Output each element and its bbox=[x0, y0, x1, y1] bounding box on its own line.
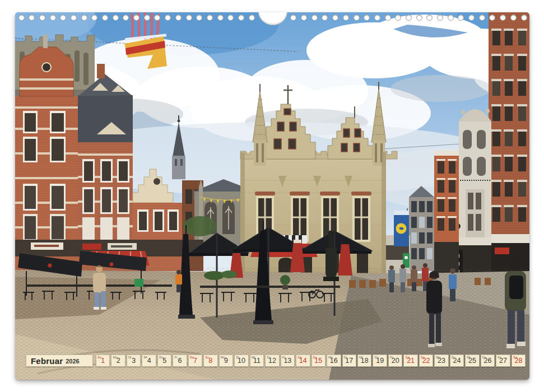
binding-hole bbox=[133, 15, 140, 21]
weekday-label: Do bbox=[374, 356, 379, 359]
photo-city-square bbox=[15, 12, 529, 380]
day-cell: Do19 bbox=[373, 354, 387, 367]
binding-hole bbox=[521, 15, 527, 21]
weekday-label: Sa bbox=[513, 356, 517, 359]
weekday-label: Fr bbox=[174, 356, 178, 359]
binding-hole bbox=[144, 15, 150, 21]
calendar-page: Februar 2026 So1Mo2Di3Mi4Do5Fr6Sa7So8Mo9… bbox=[15, 12, 529, 380]
day-cell: Sa28 bbox=[512, 354, 526, 367]
day-cell: Mo16 bbox=[327, 354, 341, 367]
day-cell: Mi18 bbox=[357, 354, 371, 367]
month-label: Februar bbox=[31, 356, 63, 366]
day-cell: Sa21 bbox=[403, 354, 417, 367]
day-number: 4 bbox=[147, 357, 151, 366]
weekday-label: Mo bbox=[113, 356, 117, 359]
day-cell: So1 bbox=[96, 354, 110, 367]
day-cell: Fr20 bbox=[388, 354, 402, 367]
day-cell: Di24 bbox=[450, 354, 464, 367]
binding-hole bbox=[249, 15, 255, 21]
day-number: 3 bbox=[132, 357, 136, 366]
day-cell: Do5 bbox=[157, 354, 171, 367]
day-cell: Do26 bbox=[481, 354, 495, 367]
binding-hole bbox=[207, 15, 213, 21]
weekday-label: Mi bbox=[359, 356, 362, 359]
binding-hole bbox=[468, 15, 475, 21]
day-cell: Di17 bbox=[342, 354, 356, 367]
day-cell: Sa7 bbox=[188, 354, 202, 367]
weekday-label: Mi bbox=[467, 356, 470, 359]
weekday-label: So bbox=[97, 356, 101, 359]
binding-hole bbox=[113, 15, 119, 21]
day-cell: Fr13 bbox=[281, 354, 295, 367]
day-cell: So8 bbox=[203, 354, 217, 367]
weekday-label: So bbox=[421, 356, 425, 359]
date-strip: Februar 2026 So1Mo2Di3Mi4Do5Fr6Sa7So8Mo9… bbox=[26, 354, 526, 367]
day-number: 6 bbox=[178, 357, 182, 366]
day-cell: Di10 bbox=[234, 354, 248, 367]
binding-hole bbox=[186, 15, 192, 21]
weekday-label: Do bbox=[482, 356, 487, 359]
weekday-label: Mi bbox=[143, 356, 147, 359]
binding-hole bbox=[374, 15, 380, 21]
binding-hole bbox=[406, 15, 412, 21]
binding-hole bbox=[416, 15, 422, 21]
day-cell: Fr27 bbox=[496, 354, 510, 367]
year-label: 2026 bbox=[66, 357, 79, 365]
day-cell: Fr6 bbox=[173, 354, 187, 367]
binding-hole bbox=[385, 15, 391, 21]
binding-hole bbox=[479, 15, 485, 21]
day-cell: Mo23 bbox=[434, 354, 448, 367]
weekday-label: Fr bbox=[282, 356, 286, 359]
weekday-label: Di bbox=[344, 356, 347, 359]
binding-hole bbox=[354, 15, 360, 21]
day-cell: So15 bbox=[311, 354, 326, 367]
weekday-label: Fr bbox=[497, 356, 501, 359]
binding-hole bbox=[301, 15, 307, 21]
day-cell: Do12 bbox=[265, 354, 279, 367]
street-banner bbox=[394, 208, 409, 253]
weekday-label: Mi bbox=[252, 356, 255, 359]
weekday-label: Di bbox=[128, 356, 132, 359]
binding-hole bbox=[311, 15, 318, 21]
binding-hole bbox=[238, 15, 244, 21]
weekday-label: Mo bbox=[221, 356, 225, 359]
day-cell: Mo2 bbox=[111, 354, 125, 367]
weekday-label: Do bbox=[159, 356, 164, 359]
weekday-label: So bbox=[205, 356, 209, 359]
weekday-label: Sa bbox=[297, 356, 301, 359]
binding-hole bbox=[217, 15, 224, 21]
day-cell: So22 bbox=[419, 354, 433, 367]
binding-hole bbox=[71, 15, 77, 21]
weekday-label: So bbox=[313, 356, 317, 359]
day-cell: Sa14 bbox=[296, 354, 310, 367]
day-cell: Mo9 bbox=[219, 354, 233, 367]
weekday-label: Sa bbox=[405, 356, 409, 359]
weekday-label: Do bbox=[267, 356, 271, 359]
binding-hole bbox=[102, 15, 108, 21]
binding-hole bbox=[81, 15, 87, 21]
day-cell: Mi11 bbox=[250, 354, 264, 367]
day-cell: Mi4 bbox=[142, 354, 156, 367]
weekday-label: Mo bbox=[328, 356, 333, 359]
day-cell: Di3 bbox=[127, 354, 141, 367]
binding-hole bbox=[18, 15, 25, 21]
calendar-product-mockup: { "calendar": { "month_label": "Februar"… bbox=[0, 0, 544, 392]
weekday-label: Mo bbox=[436, 356, 440, 359]
day-cell: Mi25 bbox=[465, 354, 479, 367]
binding-hole bbox=[510, 15, 517, 21]
binding-hole bbox=[343, 15, 349, 21]
binding-hole bbox=[50, 15, 56, 21]
binding-hole bbox=[175, 15, 182, 21]
month-cell: Februar 2026 bbox=[26, 354, 93, 367]
binding-hole bbox=[39, 15, 45, 21]
weekday-label: Di bbox=[236, 356, 239, 359]
binding-hole bbox=[448, 15, 454, 21]
binding-hole bbox=[437, 15, 443, 21]
weekday-label: Sa bbox=[190, 356, 194, 359]
weekday-label: Di bbox=[452, 356, 455, 359]
weekday-label: Fr bbox=[390, 356, 393, 359]
